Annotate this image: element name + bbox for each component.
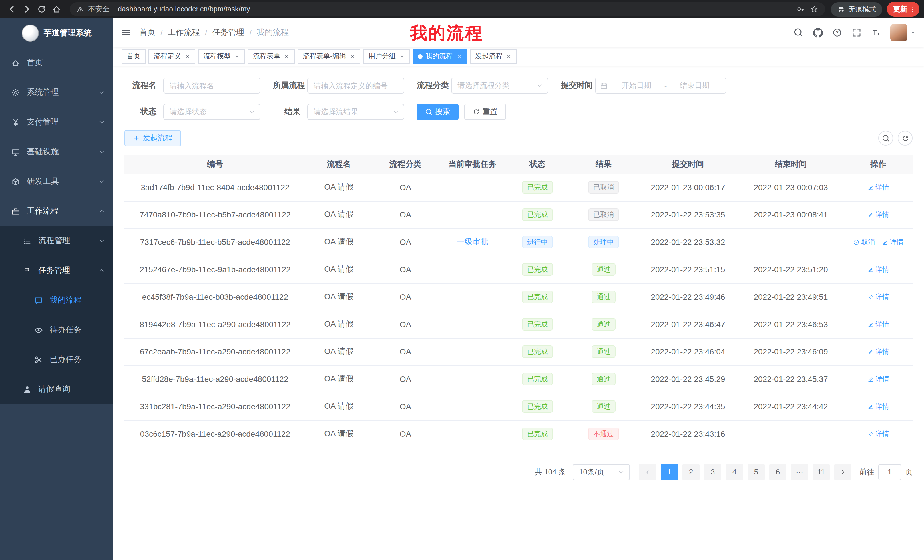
detail-link[interactable]: 详情 <box>867 265 889 274</box>
sidebar-item-3[interactable]: 基础设施 <box>0 137 113 167</box>
sidebar-toggle-button[interactable] <box>113 18 140 47</box>
browser-home-button[interactable] <box>49 2 64 16</box>
submit-time-range-picker[interactable]: 开始日期 - 结束日期 <box>595 78 726 94</box>
tab-3[interactable]: 流程表单 <box>248 49 295 64</box>
detail-link[interactable]: 详情 <box>867 292 889 302</box>
tab-close-icon[interactable] <box>350 53 355 59</box>
tab-6[interactable]: 我的流程 <box>413 49 467 64</box>
pager-page-2[interactable]: 2 <box>682 464 700 480</box>
pager-page-11[interactable]: 11 <box>813 464 830 480</box>
breadcrumb-item-home[interactable]: 首页 <box>140 27 155 38</box>
cell-status: 已完成 <box>506 393 569 420</box>
page-size-select[interactable]: 10条/页 <box>573 464 630 480</box>
sidebar-item-2[interactable]: 支付管理 <box>0 107 113 137</box>
sidebar-item-11[interactable]: 请假查询 <box>0 374 113 404</box>
briefcase-icon <box>11 207 20 216</box>
cell-actions: 详情 <box>844 283 913 310</box>
detail-link[interactable]: 详情 <box>867 347 889 356</box>
sidebar-item-0[interactable]: 首页 <box>0 48 113 78</box>
status-tag: 进行中 <box>522 236 553 248</box>
tab-close-icon[interactable] <box>184 53 190 59</box>
breadcrumb-item-task[interactable]: 任务管理 <box>213 27 244 38</box>
cell-result: 通过 <box>569 365 639 393</box>
browser-forward-button[interactable] <box>20 2 34 16</box>
pager-page-3[interactable]: 3 <box>704 464 721 480</box>
cell-actions: 详情 <box>844 393 913 420</box>
result-tag: 通过 <box>592 400 616 413</box>
tab-5[interactable]: 用户分组 <box>363 49 410 64</box>
refresh-table-button[interactable] <box>898 131 913 145</box>
table-row: 03c6c157-7b9a-11ec-a290-acde48001122OA 请… <box>124 420 913 448</box>
pager-page-5[interactable]: 5 <box>747 464 765 480</box>
user-menu[interactable] <box>890 24 916 41</box>
sidebar-item-label: 我的流程 <box>50 295 105 305</box>
sidebar-item-5[interactable]: 工作流程 <box>0 196 113 226</box>
page-jump-input[interactable] <box>878 464 901 480</box>
detail-link[interactable]: 详情 <box>882 237 903 247</box>
detail-link[interactable]: 详情 <box>867 319 889 329</box>
detail-link[interactable]: 详情 <box>867 401 889 411</box>
cell-id: 7317cec6-7b9b-11ec-b5b7-acde48001122 <box>124 228 306 256</box>
chevron-down-icon <box>98 89 105 96</box>
pagination-next-button[interactable] <box>834 464 852 480</box>
cell-task <box>439 338 506 365</box>
process-key-input[interactable] <box>307 78 404 94</box>
sidebar-item-8[interactable]: 我的流程 <box>0 285 113 315</box>
pager-page-1[interactable]: 1 <box>661 464 678 480</box>
pager-page-4[interactable]: 4 <box>726 464 743 480</box>
pager-page-6[interactable]: 6 <box>769 464 786 480</box>
filter-row-2: 状态 请选择状态 结果 请选择流结果 <box>124 104 913 120</box>
cell-id: 2152467e-7b9b-11ec-9a1b-acde48001122 <box>124 256 306 283</box>
tab-2[interactable]: 流程模型 <box>198 49 245 64</box>
sidebar-item-9[interactable]: 待办任务 <box>0 315 113 345</box>
sidebar-item-1[interactable]: 系统管理 <box>0 78 113 107</box>
sidebar-item-10[interactable]: 已办任务 <box>0 345 113 374</box>
browser-reload-button[interactable] <box>34 2 49 16</box>
current-task-link[interactable]: 一级审批 <box>456 237 488 246</box>
sidebar-item-7[interactable]: 任务管理 <box>0 256 113 285</box>
tab-close-icon[interactable] <box>506 53 512 59</box>
header-search-button[interactable] <box>789 23 808 42</box>
tab-close-icon[interactable] <box>284 53 290 59</box>
create-process-button[interactable]: 发起流程 <box>124 130 181 146</box>
sidebar-item-6[interactable]: 流程管理 <box>0 226 113 256</box>
font-size-button[interactable] <box>866 23 886 42</box>
tab-0[interactable]: 首页 <box>122 49 146 64</box>
chevron-down-icon <box>536 82 543 89</box>
detail-link[interactable]: 详情 <box>867 374 889 384</box>
bookmark-star-icon[interactable] <box>810 5 818 13</box>
toggle-search-button[interactable] <box>878 131 893 145</box>
status-select[interactable]: 请选择状态 <box>164 104 260 120</box>
sidebar-item-4[interactable]: 研发工具 <box>0 167 113 196</box>
process-name-input[interactable] <box>164 78 260 94</box>
help-button[interactable]: ? <box>828 23 847 42</box>
tab-close-icon[interactable] <box>234 53 240 59</box>
breadcrumb-item-workflow[interactable]: 工作流程 <box>168 27 200 38</box>
tab-1[interactable]: 流程定义 <box>148 49 195 64</box>
browser-update-menu-button[interactable]: 更新 <box>887 2 920 16</box>
detail-link[interactable]: 详情 <box>867 429 889 439</box>
edit-icon <box>867 294 874 300</box>
action-label: 详情 <box>876 401 889 411</box>
cell-task: 一级审批 <box>439 228 506 256</box>
cancel-link[interactable]: 取消 <box>853 237 875 247</box>
pager-more[interactable]: ··· <box>791 464 808 480</box>
search-button[interactable]: 搜索 <box>417 104 459 120</box>
github-button[interactable] <box>808 23 828 42</box>
cell-submit-time: 2022-01-23 00:06:17 <box>638 174 738 201</box>
fullscreen-button[interactable] <box>847 23 866 42</box>
detail-link[interactable]: 详情 <box>867 210 889 220</box>
tab-close-icon[interactable] <box>399 53 405 59</box>
tab-close-icon[interactable] <box>456 53 462 59</box>
tab-label: 流程表单 <box>253 51 280 61</box>
category-select[interactable]: 请选择流程分类 <box>451 78 548 94</box>
tab-7[interactable]: 发起流程 <box>470 49 517 64</box>
pagination-prev-button[interactable] <box>639 464 656 480</box>
detail-link[interactable]: 详情 <box>867 183 889 192</box>
key-icon[interactable] <box>796 5 805 13</box>
result-select[interactable]: 请选择流结果 <box>307 104 404 120</box>
reset-button[interactable]: 重置 <box>464 104 506 120</box>
tab-4[interactable]: 流程表单-编辑 <box>297 49 360 64</box>
address-bar[interactable]: 不安全 dashboard.yudao.iocoder.cn/bpm/task/… <box>70 2 825 16</box>
browser-back-button[interactable] <box>4 2 20 16</box>
